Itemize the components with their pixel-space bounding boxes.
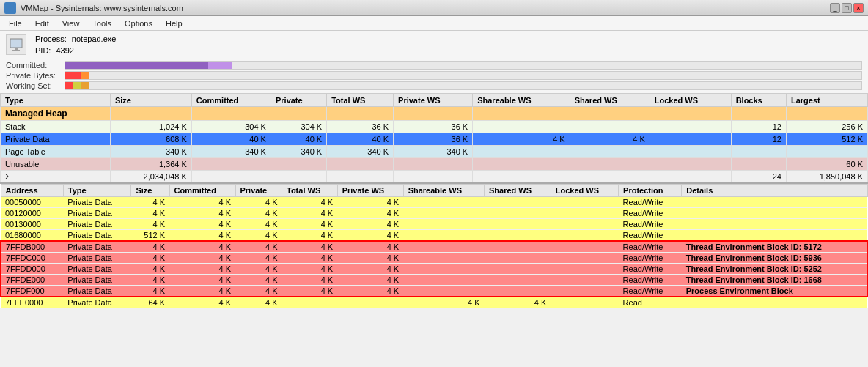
summary-cell-type: Σ	[1, 171, 111, 184]
detail-cell-shared-ws	[484, 286, 551, 297]
summary-cell-type: Managed Heap	[1, 107, 111, 121]
summary-row[interactable]: Unusable1,364 K60 K	[1, 158, 868, 171]
menu-tools[interactable]: Tools	[87, 18, 117, 29]
detail-cell-address: 7FFDE000	[1, 275, 63, 286]
detail-col-total-ws: Total WS	[282, 185, 337, 197]
detail-cell-size: 4 K	[131, 219, 169, 230]
summary-row[interactable]: Page Table340 K340 K340 K340 K340 K	[1, 146, 868, 158]
table-row[interactable]: 00130000Private Data4 K4 K4 K4 K4 KRead/…	[1, 219, 867, 230]
detail-cell-total-ws: 4 K	[282, 264, 337, 275]
detail-cell-committed: 4 K	[169, 286, 235, 297]
summary-cell-type: Unusable	[1, 158, 111, 171]
detail-col-protection: Protection	[619, 185, 682, 197]
table-row[interactable]: 7FFDD000Private Data4 K4 K4 K4 K4 KRead/…	[1, 264, 867, 275]
table-row[interactable]: 7FFDC000Private Data4 K4 K4 K4 K4 KRead/…	[1, 253, 867, 264]
detail-cell-protection: Read/Write	[619, 253, 682, 264]
menu-edit[interactable]: Edit	[29, 18, 55, 29]
detail-cell-private-ws: 4 K	[337, 286, 403, 297]
detail-cell-shareable-ws	[403, 264, 484, 275]
table-row[interactable]: 00120000Private Data4 K4 K4 K4 K4 KRead/…	[1, 208, 867, 219]
menu-bar: File Edit View Tools Options Help	[0, 16, 868, 31]
detail-cell-total-ws: 4 K	[282, 241, 337, 253]
menu-options[interactable]: Options	[119, 18, 158, 29]
process-details: Process: notepad.exe PID: 4392	[35, 33, 116, 56]
summary-row[interactable]: Σ2,034,048 K241,850,048 K	[1, 171, 868, 184]
detail-cell-locked-ws	[551, 264, 618, 275]
col-largest: Largest	[786, 94, 867, 107]
col-locked-ws: Locked WS	[650, 94, 731, 107]
detail-cell-address: 00120000	[1, 208, 63, 219]
menu-help[interactable]: Help	[160, 18, 188, 29]
detail-col-private: Private	[235, 185, 282, 197]
minimize-button[interactable]: _	[830, 3, 840, 13]
detail-cell-shareable-ws	[403, 219, 484, 230]
detail-cell-type: Private Data	[63, 286, 131, 297]
detail-cell-committed: 4 K	[169, 230, 235, 242]
summary-header-row: Type Size Committed Private Total WS Pri…	[1, 94, 868, 107]
summary-cell-type: Private Data	[1, 133, 111, 146]
table-row[interactable]: 7FFE0000Private Data64 K4 K4 K4 K4 KRead	[1, 297, 867, 308]
menu-view[interactable]: View	[56, 18, 86, 29]
detail-cell-details	[682, 230, 867, 242]
summary-row[interactable]: Private Data608 K40 K40 K40 K36 K4 K4 K1…	[1, 133, 868, 146]
detail-cell-shared-ws	[484, 275, 551, 286]
summary-row[interactable]: Stack1,024 K304 K304 K36 K36 K12256 K	[1, 121, 868, 133]
detail-cell-details: Thread Environment Block ID: 5172	[682, 241, 867, 253]
detail-cell-size: 4 K	[131, 264, 169, 275]
detail-cell-address: 7FFDC000	[1, 253, 63, 264]
detail-cell-protection: Read/Write	[619, 275, 682, 286]
detail-cell-protection: Read/Write	[619, 208, 682, 219]
detail-cell-private-ws: 4 K	[337, 197, 403, 208]
detail-cell-details: Thread Environment Block ID: 5252	[682, 264, 867, 275]
svg-rect-1	[15, 48, 18, 50]
detail-cell-private-ws: 4 K	[337, 208, 403, 219]
detail-cell-type: Private Data	[63, 219, 131, 230]
summary-row[interactable]: Managed Heap	[1, 107, 868, 121]
detail-cell-locked-ws	[551, 297, 618, 308]
detail-cell-committed: 4 K	[169, 297, 235, 308]
svg-rect-0	[10, 39, 22, 48]
menu-file[interactable]: File	[3, 18, 28, 29]
detail-cell-shared-ws	[484, 264, 551, 275]
detail-cell-private-ws: 4 K	[337, 275, 403, 286]
table-row[interactable]: 7FFDB000Private Data4 K4 K4 K4 K4 KRead/…	[1, 241, 867, 253]
detail-col-shareable-ws: Shareable WS	[403, 185, 484, 197]
detail-cell-shareable-ws	[403, 208, 484, 219]
detail-cell-locked-ws	[551, 197, 618, 208]
summary-cell-type: Page Table	[1, 146, 111, 158]
detail-col-details: Details	[682, 185, 867, 197]
detail-cell-size: 4 K	[131, 197, 169, 208]
detail-cell-private: 4 K	[235, 275, 282, 286]
detail-cell-shared-ws	[484, 208, 551, 219]
detail-cell-private: 4 K	[235, 286, 282, 297]
col-private-ws: Private WS	[394, 94, 473, 107]
summary-cell-type: Stack	[1, 121, 111, 133]
detail-cell-shareable-ws	[403, 241, 484, 253]
table-row[interactable]: 7FFDE000Private Data4 K4 K4 K4 K4 KRead/…	[1, 275, 867, 286]
maximize-button[interactable]: □	[842, 3, 852, 13]
window-controls[interactable]: _ □ ×	[830, 3, 864, 13]
detail-cell-type: Private Data	[63, 241, 131, 253]
detail-cell-shared-ws	[484, 241, 551, 253]
detail-col-type: Type	[63, 185, 131, 197]
col-committed: Committed	[191, 94, 271, 107]
close-button[interactable]: ×	[853, 3, 864, 13]
table-row[interactable]: 00050000Private Data4 K4 K4 K4 K4 KRead/…	[1, 197, 867, 208]
detail-cell-private-ws: 4 K	[337, 241, 403, 253]
detail-cell-protection: Read/Write	[619, 286, 682, 297]
col-private: Private	[271, 94, 326, 107]
detail-section[interactable]: Address Type Size Committed Private Tota…	[0, 184, 868, 338]
detail-cell-committed: 4 K	[169, 241, 235, 253]
detail-cell-shared-ws	[484, 253, 551, 264]
detail-cell-shared-ws	[484, 230, 551, 242]
detail-cell-address: 7FFDB000	[1, 241, 63, 253]
table-row[interactable]: 01680000Private Data512 K4 K4 K4 K4 KRea…	[1, 230, 867, 242]
table-row[interactable]: 7FFDF000Private Data4 K4 K4 K4 K4 KRead/…	[1, 286, 867, 297]
detail-cell-protection: Read/Write	[619, 241, 682, 253]
detail-cell-type: Private Data	[63, 264, 131, 275]
detail-cell-address: 00050000	[1, 197, 63, 208]
detail-cell-details	[682, 208, 867, 219]
window-title: VMMap - Sysinternals: www.sysinternals.c…	[21, 4, 183, 12]
col-blocks: Blocks	[731, 94, 786, 107]
detail-cell-protection: Read	[619, 297, 682, 308]
